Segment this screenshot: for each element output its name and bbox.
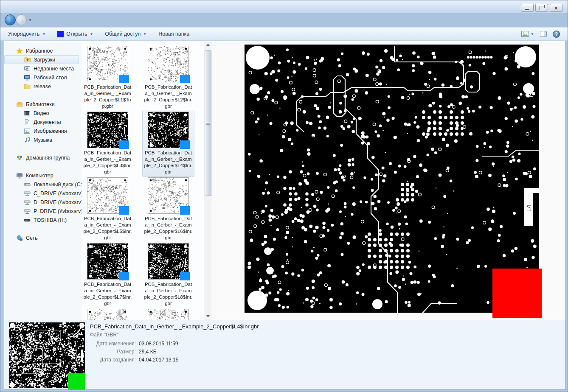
gerber-badge-icon: [180, 75, 190, 83]
desktop-icon: [24, 74, 31, 81]
file-item-l3-inr[interactable]: PCB_Fabrication_Data_in_Gerber_-_Example…: [82, 110, 134, 177]
toolbar-button-organize[interactable]: Упорядочить▼: [4, 29, 50, 39]
file-item-l5-inr[interactable]: PCB_Fabrication_Data_in_Gerber_-_Example…: [82, 176, 134, 243]
sidebar-item-computer[interactable]: Компьютер: [4, 171, 82, 180]
file-list: PCB_Fabrication_Data_in_Gerber_-_Example…: [82, 41, 204, 320]
gerber-badge-icon: [119, 272, 129, 280]
file-name: PCB_Fabrication_Data_in_Gerber_-_Example…: [83, 150, 132, 175]
chevron-down-icon: ▼: [42, 32, 45, 36]
sidebar-item-label: Изображения: [34, 128, 67, 134]
sidebar-item-p-drive[interactable]: P_DRIVE (\\vboxsrv) (G: [4, 207, 82, 216]
address-row: ← → ▼ ▶X_Ray▶Мои документы▶gerber▶Gerber…: [0, 13, 568, 27]
file-thumbnail: [148, 46, 189, 82]
scrollbar-up-arrow[interactable]: [204, 41, 212, 48]
sidebar-item-label: Недавние места: [34, 66, 74, 72]
gerber-badge-icon: [180, 206, 190, 215]
command-toolbar: Упорядочить▼Открыть▼Общий доступ▼Новая п…: [0, 27, 568, 41]
sidebar-item-d-drive[interactable]: D_DRIVE (\\vboxsrv) (F: [4, 198, 82, 207]
sidebar-item-video[interactable]: Видео: [4, 109, 82, 118]
libraries-icon: [16, 101, 23, 108]
file-thumbnail: [148, 112, 189, 148]
sidebar-item-downloads[interactable]: Загрузки: [4, 55, 79, 64]
sidebar-item-desktop[interactable]: Рабочий стол: [4, 73, 82, 82]
details-field-row: Размер:29,4 КБ: [90, 347, 178, 356]
toolbar-button-label: Упорядочить: [8, 31, 39, 37]
details-field-label: Дата создания:: [90, 356, 136, 364]
details-field-row: Дата создания:04.04.2017 13:15: [90, 356, 178, 364]
sidebar-item-release[interactable]: release: [4, 82, 82, 91]
toolbar-button-share[interactable]: Общий доступ▼: [101, 29, 151, 39]
file-name: PCB_Fabrication_Data_in_Gerber_-_Example…: [83, 216, 132, 241]
sidebar-section-favorites: ИзбранноеЗагрузкиНедавние местаРабочий с…: [4, 46, 82, 91]
sidebar-item-disk-c[interactable]: Локальный диск (C:): [4, 180, 82, 189]
close-button[interactable]: ×: [550, 4, 562, 12]
file-name: PCB_Fabrication_Data_in_Gerber_-_Example…: [144, 150, 193, 175]
sidebar-item-label: Сеть: [26, 235, 38, 241]
title-bar[interactable]: ×: [0, 0, 568, 13]
file-item-partial-2[interactable]: [142, 307, 194, 320]
file-item-l4-inr[interactable]: PCB_Fabrication_Data_in_Gerber_-_Example…: [142, 110, 194, 177]
close-icon: ×: [554, 5, 558, 11]
file-item-l2-inr[interactable]: PCB_Fabrication_Data_in_Gerber_-_Example…: [142, 44, 194, 111]
toolbar-button-label: Общий доступ: [105, 31, 141, 37]
details-field-value: 29,4 КБ: [136, 347, 178, 356]
sidebar-item-homegroup[interactable]: Домашняя группа: [4, 153, 82, 162]
minimize-icon: [525, 9, 529, 10]
toolbar-button-open[interactable]: Открыть▼: [53, 29, 97, 39]
file-item-l7-inr[interactable]: PCB_Fabrication_Data_in_Gerber_-_Example…: [82, 241, 134, 308]
file-name: PCB_Fabrication_Data_in_Gerber_-_Example…: [83, 281, 132, 307]
sidebar-item-c-drive[interactable]: C_DRIVE (\\vboxsrv) (E: [4, 189, 82, 198]
sidebar-section-homegroup: Домашняя группа: [4, 153, 82, 162]
sidebar-item-label: Библиотеки: [26, 101, 55, 107]
sidebar-section-libraries: БиблиотекиВидеоДокументыИзображенияМузык…: [4, 100, 82, 144]
gerber-badge-icon: [119, 206, 129, 215]
sidebar-item-documents[interactable]: Документы: [4, 118, 82, 126]
preview-pane-toggle[interactable]: [540, 31, 547, 37]
file-item-l1-top[interactable]: PCB_Fabrication_Data_in_Gerber_-_Example…: [82, 44, 134, 111]
back-button[interactable]: ←: [5, 14, 16, 25]
toolbar-button-label: Новая папка: [158, 31, 189, 37]
star-icon: [16, 48, 23, 54]
gerber-file-icon: [57, 31, 64, 37]
sidebar-item-pictures[interactable]: Изображения: [4, 126, 82, 135]
sidebar-item-label: Загрузки: [34, 57, 55, 63]
gerber-badge-icon: [119, 75, 129, 83]
content-area: ИзбранноеЗагрузкиНедавние местаРабочий с…: [4, 41, 566, 390]
scrollbar-thumb[interactable]: [205, 50, 211, 196]
sidebar-item-network[interactable]: Сеть: [4, 233, 82, 242]
restore-button[interactable]: [535, 4, 548, 12]
details-pane: PCB_Fabrication_Data_in_Gerber_-_Example…: [4, 320, 565, 389]
nav-history-dropdown[interactable]: ▼: [28, 18, 32, 22]
file-list-scrollbar[interactable]: [204, 41, 212, 320]
sidebar-item-recent[interactable]: Недавние места: [4, 64, 82, 73]
file-name: PCB_Fabrication_Data_in_Gerber_-_Example…: [144, 281, 193, 307]
file-item-partial-1[interactable]: [82, 307, 134, 320]
folder-icon: [24, 83, 31, 90]
minimize-button[interactable]: [521, 4, 534, 12]
help-button[interactable]: ?: [553, 31, 560, 38]
file-item-l8-inr[interactable]: PCB_Fabrication_Data_in_Gerber_-_Example…: [142, 241, 194, 308]
picture-icon: [24, 128, 31, 134]
views-button[interactable]: ▼: [521, 31, 534, 37]
preview-pane: [212, 41, 565, 320]
sidebar-item-label: C_DRIVE (\\vboxsrv) (E: [34, 190, 82, 196]
sidebar-item-toshiba[interactable]: TOSHIBA (H:): [4, 216, 82, 224]
details-field-row: Дата изменения:03.08.2015 11:59: [90, 339, 178, 347]
preview-pane-icon: [540, 31, 547, 37]
netdrive-icon: [24, 190, 31, 197]
sidebar-item-libraries[interactable]: Библиотеки: [4, 100, 82, 109]
sidebar-item-label: Музыка: [34, 137, 52, 143]
sidebar-item-music[interactable]: Музыка: [4, 135, 82, 144]
forward-button[interactable]: →: [16, 14, 27, 25]
file-item-l6-inr[interactable]: PCB_Fabrication_Data_in_Gerber_-_Example…: [142, 176, 194, 243]
details-file-name: PCB_Fabrication_Data_in_Gerber_-_Example…: [90, 323, 259, 330]
file-thumbnail: [87, 46, 128, 82]
scrollbar-down-arrow[interactable]: [204, 313, 212, 320]
netdrive-icon: [24, 199, 31, 206]
sidebar-item-favorites[interactable]: Избранное: [4, 46, 82, 55]
file-thumbnail: [87, 309, 128, 320]
toolbar-button-new-folder[interactable]: Новая папка: [154, 29, 194, 39]
views-icon: [521, 31, 529, 37]
details-field-label: Дата изменения:: [90, 339, 136, 347]
file-thumbnail: [148, 177, 189, 214]
